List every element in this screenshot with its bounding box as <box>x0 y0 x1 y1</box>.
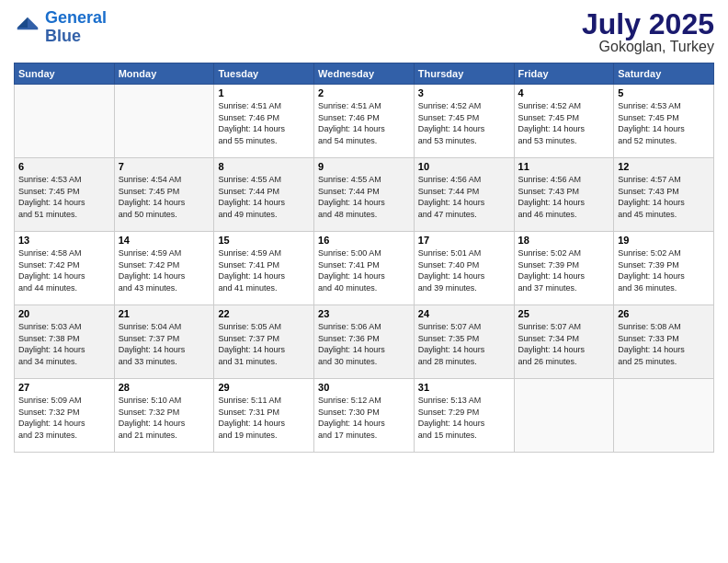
day-number: 1 <box>218 87 310 98</box>
day-number: 27 <box>18 382 110 393</box>
calendar-cell: 8Sunrise: 4:55 AM Sunset: 7:44 PM Daylig… <box>214 158 314 232</box>
calendar-cell: 28Sunrise: 5:10 AM Sunset: 7:32 PM Dayli… <box>114 379 214 453</box>
day-number: 13 <box>18 235 110 246</box>
calendar-cell: 16Sunrise: 5:00 AM Sunset: 7:41 PM Dayli… <box>314 232 415 305</box>
calendar-dow-monday: Monday <box>114 63 214 85</box>
day-number: 9 <box>318 161 410 172</box>
calendar-cell: 24Sunrise: 5:07 AM Sunset: 7:35 PM Dayli… <box>414 305 514 379</box>
day-info: Sunrise: 4:57 AM Sunset: 7:43 PM Dayligh… <box>618 174 710 220</box>
calendar-cell: 27Sunrise: 5:09 AM Sunset: 7:32 PM Dayli… <box>15 379 115 453</box>
calendar-cell: 6Sunrise: 4:53 AM Sunset: 7:45 PM Daylig… <box>15 158 115 232</box>
day-info: Sunrise: 5:01 AM Sunset: 7:40 PM Dayligh… <box>418 247 510 293</box>
day-info: Sunrise: 4:52 AM Sunset: 7:45 PM Dayligh… <box>418 100 510 146</box>
calendar-cell: 22Sunrise: 5:05 AM Sunset: 7:37 PM Dayli… <box>214 305 314 379</box>
day-info: Sunrise: 5:07 AM Sunset: 7:34 PM Dayligh… <box>518 321 610 367</box>
calendar-cell <box>614 379 714 453</box>
day-info: Sunrise: 4:59 AM Sunset: 7:42 PM Dayligh… <box>119 247 210 293</box>
header: General Blue July 2025 Gokoglan, Turkey <box>14 9 714 55</box>
calendar-cell: 18Sunrise: 5:02 AM Sunset: 7:39 PM Dayli… <box>514 232 614 305</box>
logo: General Blue <box>14 9 107 46</box>
calendar-table: SundayMondayTuesdayWednesdayThursdayFrid… <box>14 63 714 453</box>
svg-marker-0 <box>28 17 38 28</box>
calendar-cell: 10Sunrise: 4:56 AM Sunset: 7:44 PM Dayli… <box>414 158 514 232</box>
day-number: 14 <box>119 235 210 246</box>
calendar-cell: 9Sunrise: 4:55 AM Sunset: 7:44 PM Daylig… <box>314 158 415 232</box>
day-number: 29 <box>218 382 310 393</box>
day-number: 5 <box>618 87 710 98</box>
calendar-cell: 2Sunrise: 4:51 AM Sunset: 7:46 PM Daylig… <box>314 85 415 158</box>
day-info: Sunrise: 4:59 AM Sunset: 7:41 PM Dayligh… <box>218 247 310 293</box>
calendar-cell: 25Sunrise: 5:07 AM Sunset: 7:34 PM Dayli… <box>514 305 614 379</box>
day-info: Sunrise: 4:54 AM Sunset: 7:45 PM Dayligh… <box>119 174 210 220</box>
day-number: 18 <box>518 235 610 246</box>
calendar-cell <box>114 85 214 158</box>
svg-rect-2 <box>17 28 39 29</box>
calendar-cell: 20Sunrise: 5:03 AM Sunset: 7:38 PM Dayli… <box>15 305 115 379</box>
calendar-row-0: 1Sunrise: 4:51 AM Sunset: 7:46 PM Daylig… <box>15 85 714 158</box>
calendar-cell: 29Sunrise: 5:11 AM Sunset: 7:31 PM Dayli… <box>214 379 314 453</box>
day-info: Sunrise: 5:02 AM Sunset: 7:39 PM Dayligh… <box>618 247 710 293</box>
day-number: 20 <box>18 308 110 319</box>
day-info: Sunrise: 4:52 AM Sunset: 7:45 PM Dayligh… <box>518 100 610 146</box>
day-info: Sunrise: 5:10 AM Sunset: 7:32 PM Dayligh… <box>119 395 210 441</box>
page: General Blue July 2025 Gokoglan, Turkey … <box>0 0 728 563</box>
day-number: 26 <box>618 308 710 319</box>
day-number: 31 <box>418 382 510 393</box>
day-info: Sunrise: 5:09 AM Sunset: 7:32 PM Dayligh… <box>18 395 110 441</box>
calendar-row-4: 27Sunrise: 5:09 AM Sunset: 7:32 PM Dayli… <box>15 379 714 453</box>
day-number: 24 <box>418 308 510 319</box>
day-info: Sunrise: 5:02 AM Sunset: 7:39 PM Dayligh… <box>518 247 610 293</box>
day-number: 2 <box>318 87 410 98</box>
calendar-cell <box>15 85 115 158</box>
main-title: July 2025 <box>582 9 714 39</box>
logo-icon <box>14 14 41 41</box>
calendar-dow-saturday: Saturday <box>614 63 714 85</box>
calendar-cell: 14Sunrise: 4:59 AM Sunset: 7:42 PM Dayli… <box>114 232 214 305</box>
logo-general: General <box>45 8 107 27</box>
calendar-cell: 12Sunrise: 4:57 AM Sunset: 7:43 PM Dayli… <box>614 158 714 232</box>
day-number: 10 <box>418 161 510 172</box>
logo-blue: Blue <box>45 27 81 45</box>
day-number: 7 <box>119 161 210 172</box>
day-number: 16 <box>318 235 410 246</box>
day-info: Sunrise: 4:56 AM Sunset: 7:43 PM Dayligh… <box>518 174 610 220</box>
day-info: Sunrise: 4:53 AM Sunset: 7:45 PM Dayligh… <box>618 100 710 146</box>
day-info: Sunrise: 5:03 AM Sunset: 7:38 PM Dayligh… <box>18 321 110 367</box>
day-info: Sunrise: 5:08 AM Sunset: 7:33 PM Dayligh… <box>618 321 710 367</box>
logo-text: General Blue <box>45 9 107 46</box>
day-info: Sunrise: 4:51 AM Sunset: 7:46 PM Dayligh… <box>318 100 410 146</box>
day-number: 28 <box>119 382 210 393</box>
calendar-dow-wednesday: Wednesday <box>314 63 415 85</box>
calendar-row-1: 6Sunrise: 4:53 AM Sunset: 7:45 PM Daylig… <box>15 158 714 232</box>
calendar-dow-thursday: Thursday <box>414 63 514 85</box>
calendar-dow-tuesday: Tuesday <box>214 63 314 85</box>
day-number: 17 <box>418 235 510 246</box>
day-number: 25 <box>518 308 610 319</box>
day-number: 8 <box>218 161 310 172</box>
calendar-cell: 5Sunrise: 4:53 AM Sunset: 7:45 PM Daylig… <box>614 85 714 158</box>
day-number: 4 <box>518 87 610 98</box>
calendar-cell: 1Sunrise: 4:51 AM Sunset: 7:46 PM Daylig… <box>214 85 314 158</box>
day-info: Sunrise: 4:53 AM Sunset: 7:45 PM Dayligh… <box>18 174 110 220</box>
day-info: Sunrise: 4:55 AM Sunset: 7:44 PM Dayligh… <box>218 174 310 220</box>
calendar-cell: 21Sunrise: 5:04 AM Sunset: 7:37 PM Dayli… <box>114 305 214 379</box>
calendar-cell: 7Sunrise: 4:54 AM Sunset: 7:45 PM Daylig… <box>114 158 214 232</box>
calendar-cell: 3Sunrise: 4:52 AM Sunset: 7:45 PM Daylig… <box>414 85 514 158</box>
calendar-cell: 26Sunrise: 5:08 AM Sunset: 7:33 PM Dayli… <box>614 305 714 379</box>
svg-marker-1 <box>17 17 28 28</box>
day-info: Sunrise: 5:07 AM Sunset: 7:35 PM Dayligh… <box>418 321 510 367</box>
day-number: 12 <box>618 161 710 172</box>
calendar-cell: 13Sunrise: 4:58 AM Sunset: 7:42 PM Dayli… <box>15 232 115 305</box>
day-info: Sunrise: 4:55 AM Sunset: 7:44 PM Dayligh… <box>318 174 410 220</box>
day-number: 21 <box>119 308 210 319</box>
day-number: 6 <box>18 161 110 172</box>
calendar-cell <box>514 379 614 453</box>
day-number: 30 <box>318 382 410 393</box>
day-info: Sunrise: 5:12 AM Sunset: 7:30 PM Dayligh… <box>318 395 410 441</box>
calendar-cell: 23Sunrise: 5:06 AM Sunset: 7:36 PM Dayli… <box>314 305 415 379</box>
calendar-row-3: 20Sunrise: 5:03 AM Sunset: 7:38 PM Dayli… <box>15 305 714 379</box>
day-number: 22 <box>218 308 310 319</box>
calendar-cell: 4Sunrise: 4:52 AM Sunset: 7:45 PM Daylig… <box>514 85 614 158</box>
day-info: Sunrise: 5:11 AM Sunset: 7:31 PM Dayligh… <box>218 395 310 441</box>
day-info: Sunrise: 5:05 AM Sunset: 7:37 PM Dayligh… <box>218 321 310 367</box>
